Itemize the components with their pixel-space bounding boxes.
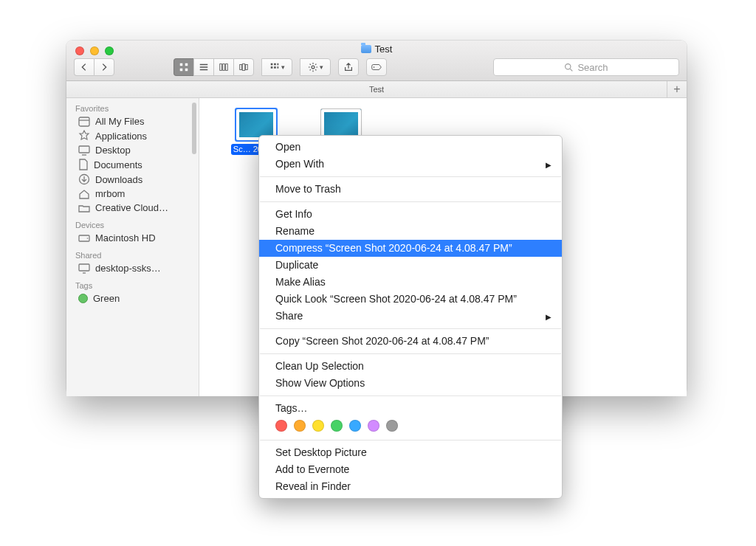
downloads-icon: [78, 173, 90, 185]
sidebar-item-shared-pc[interactable]: desktop-ssks…: [66, 261, 199, 275]
sidebar-heading-tags: Tags: [66, 275, 199, 291]
menu-clean-up[interactable]: Clean Up Selection: [259, 358, 562, 375]
menu-duplicate[interactable]: Duplicate: [259, 257, 562, 274]
tag-gray[interactable]: [386, 420, 398, 432]
menu-separator: [260, 176, 561, 177]
chevron-down-icon: ▾: [320, 63, 323, 71]
menu-quick-look[interactable]: Quick Look “Screen Shot 2020-06-24 at 4.…: [259, 291, 562, 308]
menu-add-evernote[interactable]: Add to Evernote: [259, 461, 562, 478]
view-mode-group: [173, 58, 254, 76]
svg-rect-3: [185, 69, 188, 72]
chevron-left-icon: [79, 62, 89, 72]
svg-rect-7: [240, 65, 242, 70]
green-tag-icon: [78, 294, 88, 303]
menu-move-to-trash[interactable]: Move to Trash: [259, 181, 562, 198]
menu-copy[interactable]: Copy “Screen Shot 2020-06-24 at 4.08.47 …: [259, 333, 562, 350]
menu-separator: [260, 353, 561, 354]
svg-rect-5: [223, 64, 225, 71]
icon-view-button[interactable]: [173, 58, 193, 76]
sidebar-item-macintosh-hd[interactable]: Macintosh HD: [66, 231, 199, 245]
window-title: Test: [66, 44, 687, 55]
sidebar-scrollbar[interactable]: [192, 103, 196, 154]
forward-button[interactable]: [94, 58, 114, 76]
sidebar-item-label: Downloads: [95, 174, 142, 185]
tag-icon: [371, 62, 382, 72]
sidebar-item-label: desktop-ssks…: [95, 263, 161, 274]
column-view-button[interactable]: [213, 58, 233, 76]
folder-icon: [78, 204, 90, 212]
sidebar: Favorites All My Files Applications Desk…: [66, 98, 199, 396]
menu-set-desktop[interactable]: Set Desktop Picture: [259, 444, 562, 461]
tag-green[interactable]: [331, 420, 343, 432]
chevron-down-icon: ▾: [281, 63, 285, 71]
tag-purple[interactable]: [368, 420, 379, 432]
menu-open[interactable]: Open: [259, 139, 562, 156]
sidebar-item-label: Desktop: [95, 145, 131, 156]
menu-separator: [260, 328, 561, 329]
all-my-files-icon: [78, 117, 90, 127]
sidebar-item-home[interactable]: mrbom: [66, 187, 199, 201]
action-group: ▾: [300, 58, 331, 76]
sidebar-item-downloads[interactable]: Downloads: [66, 172, 199, 187]
action-button[interactable]: ▾: [300, 58, 331, 76]
sidebar-item-desktop[interactable]: Desktop: [66, 143, 199, 157]
svg-rect-2: [180, 69, 183, 72]
svg-rect-15: [277, 66, 278, 69]
menu-open-with[interactable]: Open With: [259, 156, 562, 173]
menu-tags-label[interactable]: Tags…: [259, 400, 562, 417]
nav-group: [74, 58, 114, 76]
search-field[interactable]: Search: [493, 58, 679, 76]
titlebar: Test: [66, 41, 687, 81]
svg-rect-20: [79, 146, 89, 153]
edit-tags-button[interactable]: [366, 58, 387, 76]
columns-icon: [219, 62, 229, 72]
tag-blue[interactable]: [349, 420, 361, 432]
sidebar-heading-devices: Devices: [66, 215, 199, 231]
svg-rect-6: [226, 64, 228, 71]
sidebar-item-label: Documents: [94, 159, 142, 170]
svg-rect-11: [274, 63, 276, 66]
menu-rename[interactable]: Rename: [259, 223, 562, 240]
menu-share[interactable]: Share: [259, 308, 562, 325]
menu-compress[interactable]: Compress “Screen Shot 2020-06-24 at 4.08…: [259, 240, 562, 257]
toolbar: ▾ ▾ Search: [74, 58, 679, 76]
folder-icon: [361, 45, 371, 53]
menu-view-options[interactable]: Show View Options: [259, 375, 562, 392]
gear-icon: [308, 62, 318, 72]
sidebar-item-applications[interactable]: Applications: [66, 128, 199, 143]
menu-make-alias[interactable]: Make Alias: [259, 274, 562, 291]
svg-rect-12: [277, 63, 278, 66]
svg-rect-24: [79, 264, 89, 271]
menu-get-info[interactable]: Get Info: [259, 206, 562, 223]
new-tab-button[interactable]: +: [667, 81, 687, 97]
home-icon: [78, 189, 90, 199]
sidebar-item-creative-cloud[interactable]: Creative Cloud…: [66, 201, 199, 215]
svg-rect-9: [246, 65, 248, 70]
sidebar-item-label: Green: [93, 293, 120, 304]
tag-red[interactable]: [275, 420, 287, 432]
tag-yellow[interactable]: [312, 420, 324, 432]
menu-separator: [260, 440, 561, 440]
path-bar: Test +: [66, 81, 687, 98]
tag-orange[interactable]: [294, 420, 306, 432]
sidebar-item-tag-green[interactable]: Green: [66, 291, 199, 305]
menu-reveal-in-finder[interactable]: Reveal in Finder: [259, 478, 562, 495]
applications-icon: [78, 130, 90, 142]
list-view-button[interactable]: [193, 58, 213, 76]
coverflow-icon: [238, 62, 249, 72]
sidebar-item-documents[interactable]: Documents: [66, 157, 199, 172]
svg-rect-8: [242, 64, 245, 71]
sidebar-item-label: mrbom: [95, 188, 125, 199]
svg-rect-19: [79, 117, 89, 126]
svg-point-16: [312, 66, 315, 69]
search-icon: [564, 63, 574, 72]
arrange-button[interactable]: ▾: [261, 58, 292, 76]
svg-rect-1: [185, 63, 188, 66]
sidebar-item-all-my-files[interactable]: All My Files: [66, 114, 199, 128]
coverflow-view-button[interactable]: [233, 58, 254, 76]
share-button[interactable]: [338, 58, 359, 76]
back-button[interactable]: [74, 58, 94, 76]
menu-separator: [260, 201, 561, 202]
context-menu: Open Open With Move to Trash Get Info Re…: [258, 135, 563, 499]
grid-icon: [179, 62, 189, 72]
